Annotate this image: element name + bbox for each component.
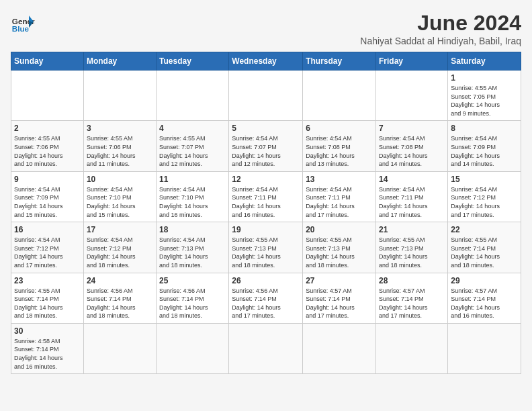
calendar-day-cell: 18Sunrise: 4:54 AM Sunset: 7:13 PM Dayli… [157, 222, 229, 273]
day-number: 5 [232, 124, 300, 133]
calendar-day-cell: 15Sunrise: 4:54 AM Sunset: 7:12 PM Dayli… [448, 171, 521, 222]
day-number: 19 [232, 225, 300, 234]
day-info: Sunrise: 4:57 AM Sunset: 7:14 PM Dayligh… [451, 287, 518, 320]
calendar-day-cell: 5Sunrise: 4:54 AM Sunset: 7:07 PM Daylig… [229, 121, 303, 171]
weekday-header-monday: Monday [83, 52, 156, 71]
day-info: Sunrise: 4:54 AM Sunset: 7:08 PM Dayligh… [379, 134, 445, 168]
calendar-day-cell: 29Sunrise: 4:57 AM Sunset: 7:14 PM Dayli… [448, 273, 521, 323]
weekday-header-tuesday: Tuesday [157, 52, 229, 71]
day-number: 20 [306, 225, 373, 234]
calendar-week-row: 9Sunrise: 4:54 AM Sunset: 7:09 PM Daylig… [11, 171, 521, 222]
calendar-day-cell: 27Sunrise: 4:57 AM Sunset: 7:14 PM Dayli… [303, 273, 376, 323]
day-number: 24 [87, 276, 153, 285]
calendar-day-cell: 12Sunrise: 4:54 AM Sunset: 7:11 PM Dayli… [229, 171, 303, 222]
calendar-day-cell: 22Sunrise: 4:55 AM Sunset: 7:14 PM Dayli… [448, 222, 521, 273]
calendar-day-cell: 11Sunrise: 4:54 AM Sunset: 7:10 PM Dayli… [157, 171, 229, 222]
day-number: 8 [451, 124, 518, 133]
day-number: 4 [159, 124, 226, 133]
calendar-day-cell: 6Sunrise: 4:54 AM Sunset: 7:08 PM Daylig… [303, 121, 376, 171]
calendar-week-row: 30Sunrise: 4:58 AM Sunset: 7:14 PM Dayli… [11, 323, 521, 373]
calendar-day-cell: 7Sunrise: 4:54 AM Sunset: 7:08 PM Daylig… [376, 121, 448, 171]
calendar-day-cell [229, 323, 303, 373]
day-number: 27 [306, 276, 373, 285]
day-number: 29 [451, 276, 518, 285]
calendar-week-row: 2Sunrise: 4:55 AM Sunset: 7:06 PM Daylig… [11, 121, 521, 171]
page-header: General Blue June 2024 Nahiyat Saddat al… [11, 11, 521, 46]
logo: General Blue [11, 11, 35, 35]
day-info: Sunrise: 4:56 AM Sunset: 7:14 PM Dayligh… [232, 287, 300, 320]
svg-text:Blue: Blue [12, 24, 30, 33]
day-number: 30 [14, 326, 81, 336]
calendar-day-cell [376, 323, 448, 373]
calendar-day-cell: 26Sunrise: 4:56 AM Sunset: 7:14 PM Dayli… [229, 273, 303, 323]
calendar-day-cell [303, 323, 376, 373]
day-number: 13 [306, 175, 373, 184]
calendar-week-row: 16Sunrise: 4:54 AM Sunset: 7:12 PM Dayli… [11, 222, 521, 273]
calendar-day-cell: 20Sunrise: 4:55 AM Sunset: 7:13 PM Dayli… [303, 222, 376, 273]
weekday-header-friday: Friday [376, 52, 448, 71]
day-number: 1 [451, 73, 518, 83]
calendar-day-cell [229, 71, 303, 121]
day-info: Sunrise: 4:54 AM Sunset: 7:11 PM Dayligh… [232, 185, 300, 219]
day-info: Sunrise: 4:55 AM Sunset: 7:05 PM Dayligh… [451, 84, 518, 118]
logo-icon: General Blue [11, 11, 35, 35]
calendar-day-cell: 16Sunrise: 4:54 AM Sunset: 7:12 PM Dayli… [11, 222, 84, 273]
calendar-day-cell: 1Sunrise: 4:55 AM Sunset: 7:05 PM Daylig… [448, 71, 521, 121]
day-info: Sunrise: 4:55 AM Sunset: 7:13 PM Dayligh… [379, 236, 445, 269]
day-info: Sunrise: 4:56 AM Sunset: 7:14 PM Dayligh… [87, 287, 153, 320]
day-info: Sunrise: 4:55 AM Sunset: 7:13 PM Dayligh… [232, 236, 300, 269]
calendar-day-cell [303, 71, 376, 121]
day-number: 17 [87, 225, 153, 234]
day-info: Sunrise: 4:54 AM Sunset: 7:11 PM Dayligh… [306, 185, 373, 219]
day-info: Sunrise: 4:58 AM Sunset: 7:14 PM Dayligh… [14, 337, 81, 371]
day-info: Sunrise: 4:57 AM Sunset: 7:14 PM Dayligh… [379, 287, 445, 320]
calendar-day-cell: 13Sunrise: 4:54 AM Sunset: 7:11 PM Dayli… [303, 171, 376, 222]
calendar-day-cell [11, 71, 84, 121]
day-info: Sunrise: 4:54 AM Sunset: 7:07 PM Dayligh… [232, 134, 300, 168]
calendar-day-cell: 19Sunrise: 4:55 AM Sunset: 7:13 PM Dayli… [229, 222, 303, 273]
day-info: Sunrise: 4:54 AM Sunset: 7:12 PM Dayligh… [87, 236, 153, 269]
day-number: 3 [87, 124, 153, 133]
day-number: 15 [451, 175, 518, 184]
calendar-header-row: SundayMondayTuesdayWednesdayThursdayFrid… [11, 52, 521, 71]
calendar-day-cell: 10Sunrise: 4:54 AM Sunset: 7:10 PM Dayli… [83, 171, 156, 222]
calendar-day-cell: 14Sunrise: 4:54 AM Sunset: 7:11 PM Dayli… [376, 171, 448, 222]
calendar-day-cell [157, 323, 229, 373]
day-info: Sunrise: 4:54 AM Sunset: 7:09 PM Dayligh… [14, 185, 81, 219]
day-info: Sunrise: 4:54 AM Sunset: 7:12 PM Dayligh… [14, 236, 81, 269]
day-number: 14 [379, 175, 445, 184]
weekday-header-wednesday: Wednesday [229, 52, 303, 71]
day-info: Sunrise: 4:54 AM Sunset: 7:10 PM Dayligh… [87, 185, 153, 219]
day-info: Sunrise: 4:55 AM Sunset: 7:14 PM Dayligh… [451, 236, 518, 269]
calendar-week-row: 23Sunrise: 4:55 AM Sunset: 7:14 PM Dayli… [11, 273, 521, 323]
day-info: Sunrise: 4:55 AM Sunset: 7:13 PM Dayligh… [306, 236, 373, 269]
day-info: Sunrise: 4:54 AM Sunset: 7:12 PM Dayligh… [451, 185, 518, 219]
calendar-day-cell: 23Sunrise: 4:55 AM Sunset: 7:14 PM Dayli… [11, 273, 84, 323]
day-info: Sunrise: 4:55 AM Sunset: 7:14 PM Dayligh… [14, 287, 81, 320]
calendar-day-cell: 24Sunrise: 4:56 AM Sunset: 7:14 PM Dayli… [83, 273, 156, 323]
day-number: 6 [306, 124, 373, 133]
calendar-day-cell [83, 323, 156, 373]
location-subtitle: Nahiyat Saddat al Hindiyah, Babil, Iraq [360, 36, 521, 46]
day-info: Sunrise: 4:54 AM Sunset: 7:11 PM Dayligh… [379, 185, 445, 219]
day-info: Sunrise: 4:55 AM Sunset: 7:06 PM Dayligh… [87, 134, 153, 168]
day-info: Sunrise: 4:54 AM Sunset: 7:09 PM Dayligh… [451, 134, 518, 168]
weekday-header-saturday: Saturday [448, 52, 521, 71]
day-info: Sunrise: 4:55 AM Sunset: 7:07 PM Dayligh… [159, 134, 226, 168]
day-number: 22 [451, 225, 518, 234]
day-number: 18 [159, 225, 226, 234]
day-number: 10 [87, 175, 153, 184]
day-number: 25 [159, 276, 226, 285]
day-info: Sunrise: 4:55 AM Sunset: 7:06 PM Dayligh… [14, 134, 81, 168]
title-area: June 2024 Nahiyat Saddat al Hindiyah, Ba… [360, 11, 521, 46]
calendar-day-cell: 17Sunrise: 4:54 AM Sunset: 7:12 PM Dayli… [83, 222, 156, 273]
day-number: 7 [379, 124, 445, 133]
day-info: Sunrise: 4:54 AM Sunset: 7:10 PM Dayligh… [159, 185, 226, 219]
calendar-day-cell [448, 323, 521, 373]
weekday-header-sunday: Sunday [11, 52, 84, 71]
day-info: Sunrise: 4:56 AM Sunset: 7:14 PM Dayligh… [159, 287, 226, 320]
calendar-day-cell [83, 71, 156, 121]
day-number: 23 [14, 276, 81, 285]
calendar-day-cell [376, 71, 448, 121]
day-number: 28 [379, 276, 445, 285]
